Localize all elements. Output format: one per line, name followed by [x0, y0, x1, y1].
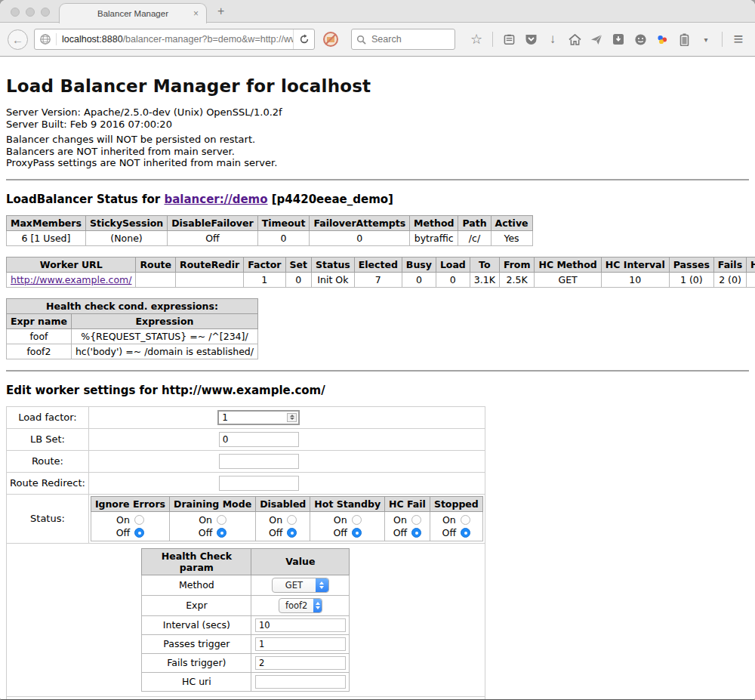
ignore-errors-on-radio[interactable] [134, 515, 144, 525]
toolbar-separator [492, 32, 493, 47]
select-arrows-icon [313, 599, 322, 612]
table-header-row: MaxMembers StickySession DisableFailover… [7, 215, 533, 230]
pocket-icon[interactable] [523, 32, 538, 47]
hc-expr-select[interactable]: foof2 [279, 598, 322, 613]
hc-method-row: Method GET [142, 575, 350, 595]
browser-window: Balancer Manager × + ← localhost:8880/ba… [0, 0, 755, 700]
table-header-row: Worker URL Route RouteRedir Factor Set S… [7, 257, 755, 272]
status-label: Status: [7, 494, 89, 543]
divider [6, 179, 749, 180]
hc-fail-off-radio[interactable] [411, 528, 421, 538]
url-bar[interactable]: localhost:8880/balancer-manager?b=demo&w… [34, 29, 315, 50]
hc-interval-row: Interval (secs) [142, 615, 350, 634]
balancer-summary-table: MaxMembers StickySession DisableFailover… [6, 215, 533, 246]
url-domain: localhost:8880 [62, 34, 123, 45]
home-icon[interactable] [567, 32, 582, 47]
stopped-on-radio[interactable] [461, 515, 470, 525]
submit-row: Submit [7, 696, 485, 700]
warning-line: Balancer changes will NOT be persisted o… [6, 134, 749, 146]
tab-close-icon[interactable]: × [193, 8, 199, 19]
hc-uri-input[interactable] [255, 675, 346, 689]
table-title-row: Health check cond. expressions: [7, 298, 258, 313]
back-icon: ← [12, 33, 23, 46]
palette-extension-icon[interactable] [655, 32, 670, 47]
load-factor-input[interactable] [219, 412, 285, 424]
window-zoom-button[interactable] [41, 8, 50, 17]
hc-interval-input[interactable] [255, 618, 346, 632]
hc-params-row: Health Check param Value Method GET [7, 543, 485, 696]
menu-icon[interactable]: ≡ [731, 32, 746, 47]
toolbar-separator [722, 32, 723, 47]
route-row: Route: [7, 450, 485, 472]
window-minimize-button[interactable] [26, 8, 35, 17]
disabled-off-radio[interactable] [287, 528, 297, 538]
server-built-line: Server Built: Feb 9 2016 07:00:20 [6, 119, 749, 131]
overflow-caret-icon[interactable]: ▾ [698, 32, 713, 47]
number-spinner[interactable] [287, 413, 297, 422]
table-row: foof2 hc('body') =~ /domain is establish… [7, 344, 258, 359]
server-version-line: Server Version: Apache/2.5.0-dev (Unix) … [6, 106, 749, 119]
edit-worker-form: Load factor: LB Set: Route: Route Redire… [6, 406, 485, 700]
page-title: Load Balancer Manager for localhost [6, 76, 749, 96]
table-header-row: Expr name Expression [7, 313, 258, 328]
search-bar[interactable] [351, 29, 455, 50]
search-input[interactable] [370, 33, 438, 45]
field-label: Route Redirect: [7, 472, 89, 494]
battery-extension-icon[interactable] [676, 32, 692, 47]
balancer-link[interactable]: balancer://demo [164, 193, 267, 206]
hc-passes-input[interactable] [255, 637, 346, 651]
worker-table: Worker URL Route RouteRedir Factor Set S… [6, 257, 755, 288]
back-button[interactable]: ← [8, 29, 28, 50]
search-icon [356, 35, 366, 45]
window-controls[interactable] [11, 8, 50, 17]
hc-fail-on-radio[interactable] [411, 515, 421, 525]
field-label: Load factor: [7, 406, 89, 428]
divider [6, 370, 749, 372]
hc-passes-row: Passes trigger [142, 634, 350, 653]
edit-worker-heading: Edit worker settings for http://www.exam… [6, 384, 749, 397]
hc-params-table: Health Check param Value Method GET [141, 548, 350, 692]
hc-fails-input[interactable] [255, 656, 346, 670]
new-tab-button[interactable]: + [217, 5, 224, 18]
hc-expressions-table: Health check cond. expressions: Expr nam… [6, 298, 258, 359]
field-label: Route: [7, 450, 89, 472]
balancer-status-heading: LoadBalancer Status for balancer://demo … [6, 193, 749, 206]
reload-button[interactable] [293, 29, 314, 49]
status-radio-row: On Off On Off On Off [91, 511, 482, 541]
worker-url-link[interactable]: http://www.example.com/ [11, 274, 131, 285]
bookmark-star-icon[interactable]: ☆ [469, 32, 484, 47]
hc-method-select[interactable]: GET [272, 578, 329, 593]
hc-fails-row: Fails trigger) [142, 653, 350, 672]
lb-set-row: LB Set: [7, 428, 485, 450]
status-header-row: Ignore Errors Draining Mode Disabled Hot… [91, 496, 482, 511]
stopped-off-radio[interactable] [461, 528, 470, 538]
table-row: foof %{REQUEST_STATUS} =~ /^[234]/ [7, 328, 258, 344]
send-tab-icon[interactable] [589, 32, 604, 47]
reading-list-icon[interactable] [501, 32, 516, 47]
route-input[interactable] [219, 454, 299, 469]
hot-standby-off-radio[interactable] [352, 528, 362, 538]
warning-line: Balancers are NOT inherited from main se… [6, 146, 749, 158]
field-label: LB Set: [7, 428, 89, 450]
draining-mode-off-radio[interactable] [217, 528, 226, 538]
ignore-errors-off-radio[interactable] [134, 528, 144, 538]
navigation-toolbar: ← localhost:8880/balancer-manager?b=demo… [0, 23, 755, 57]
hot-standby-on-radio[interactable] [352, 515, 362, 525]
browser-tab[interactable]: Balancer Manager × [59, 3, 207, 23]
window-close-button[interactable] [11, 8, 20, 17]
messenger-icon[interactable] [633, 32, 648, 47]
blocked-content-icon[interactable] [322, 31, 339, 48]
select-arrows-icon [316, 578, 328, 592]
tab-bar: Balancer Manager × + [0, 0, 755, 23]
downloads-icon[interactable]: ↓ [545, 32, 560, 47]
draining-mode-on-radio[interactable] [217, 515, 226, 525]
save-page-icon[interactable] [611, 32, 626, 47]
url-text[interactable]: localhost:8880/balancer-manager?b=demo&w… [57, 34, 293, 45]
url-path: /balancer-manager?b=demo&w=http://www.ex… [123, 34, 293, 45]
toolbar-icons: ☆ ↓ [469, 32, 755, 47]
disabled-on-radio[interactable] [287, 515, 297, 525]
site-identity[interactable] [35, 33, 57, 45]
lb-set-input[interactable] [219, 432, 299, 447]
route-redirect-input[interactable] [219, 476, 299, 491]
worker-row: http://www.example.com/ 1 0 Init Ok 7 0 … [7, 272, 755, 287]
